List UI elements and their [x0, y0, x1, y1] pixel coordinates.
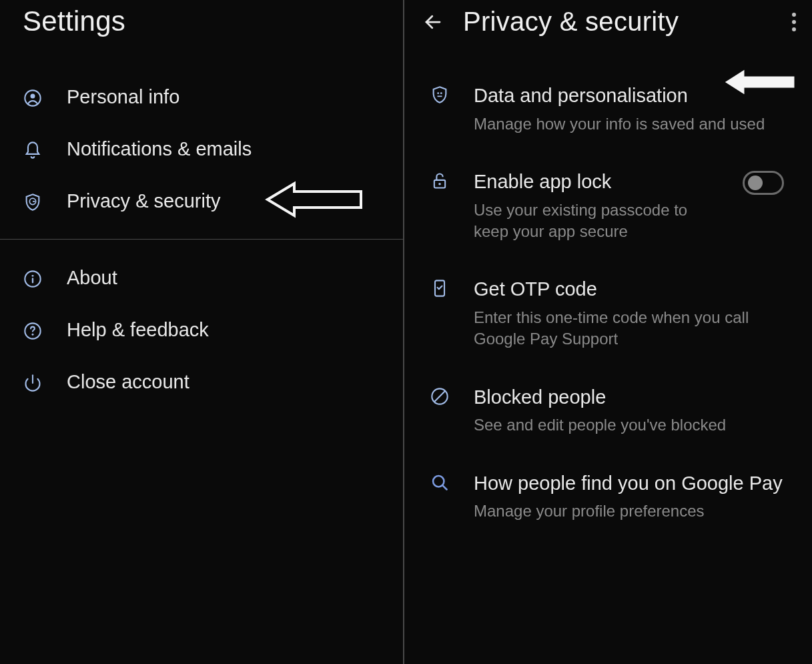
- privacy-header: Privacy & security: [404, 0, 812, 55]
- settings-item-personal-info[interactable]: Personal info: [0, 71, 403, 123]
- svg-point-1: [31, 94, 35, 99]
- settings-panel: Settings Personal info Notifications & e…: [0, 0, 404, 664]
- item-title: How people find you on Google Pay: [474, 470, 784, 497]
- settings-list: Personal info Notifications & emails Pri…: [0, 56, 403, 408]
- settings-item-notifications[interactable]: Notifications & emails: [0, 123, 403, 175]
- shield-g-icon: [23, 192, 43, 212]
- item-title: Blocked people: [474, 384, 784, 411]
- svg-point-13: [438, 183, 441, 186]
- person-circle-icon: [23, 88, 43, 108]
- item-subtitle: Manage how your info is saved and used: [474, 113, 784, 135]
- item-body: Get OTP code Enter this one-time code wh…: [474, 276, 789, 350]
- item-body: Data and personalisation Manage how your…: [474, 82, 789, 135]
- shield-data-icon: [430, 85, 450, 105]
- settings-item-help[interactable]: Help & feedback: [0, 304, 403, 356]
- item-subtitle: See and edit people you've blocked: [474, 414, 784, 436]
- settings-item-label: Personal info: [67, 86, 179, 108]
- privacy-item-otp[interactable]: Get OTP code Enter this one-time code wh…: [404, 257, 812, 364]
- item-body: How people find you on Google Pay Manage…: [474, 470, 789, 523]
- settings-item-about[interactable]: About: [0, 252, 403, 304]
- mobile-check-icon: [430, 278, 450, 298]
- svg-line-18: [442, 485, 446, 489]
- help-icon: [23, 321, 43, 341]
- item-subtitle: Use your existing passcode to keep your …: [474, 200, 713, 243]
- block-icon: [430, 386, 450, 406]
- divider: [0, 239, 403, 240]
- settings-item-privacy-security[interactable]: Privacy & security: [0, 175, 403, 227]
- settings-item-label: Notifications & emails: [67, 138, 252, 160]
- settings-header: Settings: [0, 0, 403, 56]
- item-title: Enable app lock: [474, 168, 713, 196]
- privacy-item-find-you[interactable]: How people find you on Google Pay Manage…: [404, 451, 812, 537]
- svg-point-10: [437, 92, 439, 94]
- info-icon: [23, 269, 43, 289]
- item-subtitle: Manage your profile preferences: [474, 501, 784, 522]
- toggle-knob: [748, 176, 763, 190]
- item-title: Get OTP code: [474, 276, 784, 303]
- settings-item-close-account[interactable]: Close account: [0, 356, 403, 408]
- svg-point-11: [440, 92, 442, 94]
- search-icon: [430, 472, 450, 492]
- settings-item-label: Close account: [67, 371, 189, 393]
- privacy-item-app-lock[interactable]: Enable app lock Use your existing passco…: [404, 149, 812, 257]
- privacy-list: Data and personalisation Manage how your…: [404, 55, 812, 537]
- overflow-menu-button[interactable]: [788, 9, 800, 35]
- privacy-item-data-personalisation[interactable]: Data and personalisation Manage how your…: [404, 67, 812, 149]
- privacy-panel: Privacy & security Data and personalisat…: [404, 0, 812, 664]
- item-subtitle: Enter this one-time code when you call G…: [474, 307, 784, 350]
- back-button[interactable]: [423, 12, 443, 32]
- power-icon: [23, 373, 43, 393]
- item-title: Data and personalisation: [474, 82, 784, 109]
- app-lock-toggle[interactable]: [743, 171, 784, 195]
- settings-title: Settings: [23, 5, 403, 37]
- settings-item-label: Privacy & security: [67, 190, 220, 212]
- svg-line-16: [434, 391, 445, 402]
- item-body: Enable app lock Use your existing passco…: [474, 168, 719, 242]
- privacy-item-blocked[interactable]: Blocked people See and edit people you'v…: [404, 365, 812, 451]
- lock-icon: [430, 171, 450, 191]
- pointer-arrow-icon: [264, 178, 364, 224]
- item-body: Blocked people See and edit people you'v…: [474, 384, 789, 436]
- settings-item-label: About: [67, 267, 117, 289]
- bell-icon: [23, 140, 43, 160]
- settings-item-label: Help & feedback: [67, 319, 209, 341]
- privacy-title: Privacy & security: [463, 7, 768, 37]
